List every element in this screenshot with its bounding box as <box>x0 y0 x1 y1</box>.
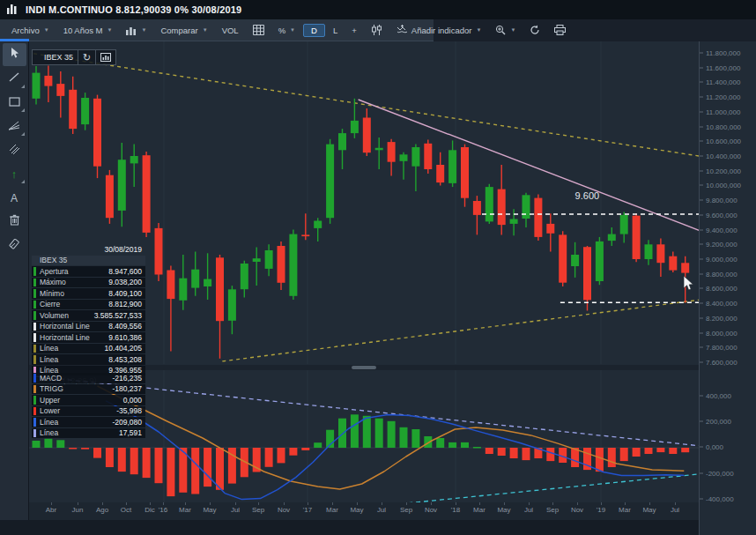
info-date: 30/08/2019 <box>32 244 145 255</box>
price-axis-label: 10.000,000 <box>700 182 741 189</box>
chart-settings-button[interactable] <box>96 49 116 65</box>
macd-axis-label: -400,000 <box>700 494 734 502</box>
info-row: Mínimo8.409,100 <box>32 288 145 299</box>
toolbar-button-label: Añadir indicador <box>411 26 472 35</box>
refresh-symbol-button[interactable]: ↻ <box>78 49 96 65</box>
info-row: Cierre8.812,900 <box>32 300 145 310</box>
time-axis-label: Abr <box>46 506 56 514</box>
time-axis-label: Jul <box>671 506 679 514</box>
price-axis-label: 10.400,000 <box>700 152 741 160</box>
price-axis[interactable]: 11.800,00011.600,00011.400,00011.200,000… <box>699 41 756 535</box>
toolbar-button-label: 10 Años M <box>63 26 103 35</box>
tool-eraser[interactable] <box>3 234 26 256</box>
tool-parallel[interactable] <box>3 138 26 161</box>
tool-trash[interactable] <box>3 210 26 233</box>
toolbar-button-comparar[interactable]: Comparar▼ <box>154 24 213 37</box>
info-row: Volumen3.585.527,533 <box>32 310 145 321</box>
price-axis-label: 10.600,000 <box>700 137 741 145</box>
chevron-down-icon: ▼ <box>510 27 515 33</box>
time-axis-label: '17 <box>303 506 312 514</box>
time-axis-label: May <box>203 506 216 514</box>
time-axis-label: Jul <box>524 506 533 514</box>
symbol-label-box: IBEX 35 <box>32 49 78 65</box>
time-axis-label: Nov <box>278 506 290 514</box>
candles-icon <box>371 25 382 35</box>
toolbar-button-plus[interactable]: + <box>345 24 363 37</box>
grid-icon <box>253 25 264 35</box>
info-row: Horizontal Line8.409,556 <box>32 322 145 332</box>
tool-fan[interactable] <box>3 115 26 137</box>
time-axis-label: May <box>350 506 363 514</box>
toolbar-button-daily[interactable]: D <box>303 24 325 37</box>
chart-settings-icon <box>100 53 111 62</box>
time-axis-label: Mar <box>179 506 191 514</box>
time-axis-label: Mar <box>326 506 338 514</box>
tool-text[interactable]: A <box>3 186 26 209</box>
price-axis-label: 9.800,000 <box>700 197 737 204</box>
eraser-icon <box>9 237 20 253</box>
chevron-down-icon: ▼ <box>290 27 295 33</box>
time-axis-label: Dic <box>145 506 155 514</box>
macd-legend-row: MACD-216,235 <box>32 373 145 383</box>
toolbar-button-label: D <box>311 26 317 35</box>
macd-axis-label: 200,000 <box>700 418 731 426</box>
toolbar-button-reload[interactable] <box>523 23 546 37</box>
toolbar-button-label: Comparar <box>160 26 197 35</box>
price-axis-label: 11.800,000 <box>700 49 740 57</box>
trash-icon <box>10 213 19 229</box>
time-axis-label: Jun <box>72 506 84 514</box>
fan-icon <box>8 118 20 134</box>
print-icon <box>554 25 566 35</box>
time-axis-label: Oct <box>121 506 131 514</box>
price-axis-label: 9.200,000 <box>700 241 737 249</box>
title-bar: INDI M.CONTINUO 8.812,90039 0% 30/08/201… <box>0 0 756 19</box>
toolbar-button-linear[interactable]: L <box>327 24 344 37</box>
info-symbol: IBEX 35 <box>32 256 145 266</box>
toolbar-button-chart-type[interactable]: ▼ <box>120 24 152 37</box>
window-title: INDI M.CONTINUO 8.812,90039 0% 30/08/201… <box>26 4 241 15</box>
trading-platform-window: INDI M.CONTINUO 8.812,90039 0% 30/08/201… <box>0 0 756 535</box>
toolbar: Archivo▼10 Años M▼▼Comparar▼VOL%▼DL+Añad… <box>0 19 756 41</box>
price-axis-label: 7.600,000 <box>700 358 737 366</box>
tool-trendline[interactable] <box>3 67 26 90</box>
zoom-icon <box>495 25 506 35</box>
info-row: Horizontal Line9.610,386 <box>32 332 145 343</box>
tool-cursor[interactable] <box>3 43 26 66</box>
price-axis-label: 9.600,000 <box>700 211 737 219</box>
price-annotation: 9.600 <box>575 190 600 201</box>
chevron-down-icon: ▼ <box>476 27 481 33</box>
time-axis[interactable]: AbrJunAgoOctDic'16MarMayJulSepNov'17MarM… <box>29 502 699 535</box>
time-axis-label: Sep <box>400 506 412 514</box>
toolbar-button-candles[interactable] <box>365 23 389 37</box>
info-row: Máximo9.038,200 <box>32 278 145 288</box>
tool-arrow-up[interactable]: ↑ <box>3 162 26 185</box>
time-axis-label: Nov <box>571 506 583 514</box>
toolbar-button-add-indicator[interactable]: Añadir indicador▼ <box>390 23 488 37</box>
price-axis-label: 8.600,000 <box>700 285 737 293</box>
time-axis-label: May <box>642 506 656 514</box>
toolbar-button-zoom[interactable]: ▼ <box>489 23 522 37</box>
trendline-icon <box>9 71 20 86</box>
chart-type-icon <box>126 26 137 35</box>
symbol-chip: IBEX 35 ↻ <box>32 49 116 65</box>
tool-rectangle[interactable] <box>3 91 26 114</box>
chevron-down-icon: ▼ <box>44 27 49 33</box>
toolbar-button-vol[interactable]: VOL <box>216 24 245 37</box>
price-axis-label: 8.800,000 <box>700 270 737 278</box>
toolbar-button-grid[interactable] <box>247 23 271 37</box>
toolbar-button-percent[interactable]: %▼ <box>272 24 301 37</box>
price-axis-label: 9.400,000 <box>700 226 737 234</box>
price-axis-label: 7.800,000 <box>700 344 737 352</box>
chevron-down-icon: ▼ <box>203 27 208 33</box>
splitter-handle[interactable] <box>352 366 376 369</box>
toolbar-button-label: VOL <box>222 26 239 35</box>
price-axis-label: 11.000,000 <box>700 108 740 115</box>
toolbar-button-time-range[interactable]: 10 Años M▼ <box>57 24 119 37</box>
time-axis-label: Ago <box>96 506 108 514</box>
toolbar-button-print[interactable] <box>548 23 572 37</box>
time-axis-label: '19 <box>597 506 605 514</box>
toolbar-button-archivo[interactable]: Archivo▼ <box>5 24 56 37</box>
price-axis-label: 11.400,000 <box>700 78 740 86</box>
macd-legend-row: TRIGG-180,237 <box>32 384 145 395</box>
app-icon <box>7 2 19 18</box>
